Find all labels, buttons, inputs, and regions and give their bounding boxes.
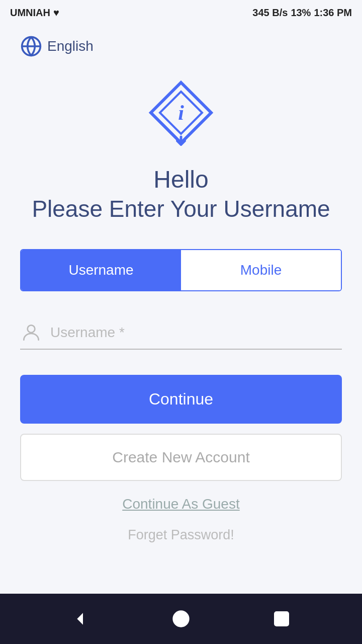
username-input-group	[20, 316, 342, 350]
main-content: English i Hello Please Enter Your Userna…	[0, 25, 362, 594]
subtitle-heading: Please Enter Your Username	[32, 194, 330, 224]
svg-text:i: i	[178, 101, 184, 124]
globe-icon	[20, 35, 42, 57]
create-account-button[interactable]: Create New Account	[20, 434, 342, 481]
carrier-text: UMNIAH	[10, 7, 50, 19]
language-selector[interactable]: English	[20, 35, 94, 57]
android-nav-bar	[0, 594, 362, 644]
svg-marker-6	[77, 613, 83, 624]
forgot-password-button[interactable]: Forget Password!	[128, 527, 234, 543]
home-nav-icon[interactable]	[171, 609, 191, 629]
svg-point-5	[28, 326, 35, 333]
logo-diamond-icon: i	[146, 77, 216, 148]
user-icon	[20, 321, 42, 344]
username-input[interactable]	[50, 325, 342, 341]
svg-point-7	[173, 611, 189, 626]
carrier-info: UMNIAH ♥	[10, 7, 59, 19]
speed-text: 345 B/s	[252, 7, 288, 19]
health-icon: ♥	[53, 7, 59, 19]
svg-rect-8	[275, 612, 289, 626]
welcome-section: Hello Please Enter Your Username	[32, 165, 330, 224]
guest-button[interactable]: Continue As Guest	[122, 496, 239, 512]
battery-text: 13%	[291, 7, 311, 19]
continue-button[interactable]: Continue	[20, 375, 342, 424]
login-tab-switcher: Username Mobile	[20, 249, 342, 291]
time-text: 1:36 PM	[314, 7, 352, 19]
back-nav-icon[interactable]	[70, 609, 90, 629]
tab-username[interactable]: Username	[21, 250, 181, 290]
app-logo: i	[146, 77, 216, 150]
hello-heading: Hello	[32, 165, 330, 194]
status-bar: UMNIAH ♥ 345 B/s 13% 1:36 PM	[0, 0, 362, 25]
language-label: English	[47, 38, 94, 54]
recents-nav-icon[interactable]	[272, 609, 292, 629]
tab-mobile[interactable]: Mobile	[181, 250, 341, 290]
system-icons: 345 B/s 13% 1:36 PM	[252, 7, 352, 19]
